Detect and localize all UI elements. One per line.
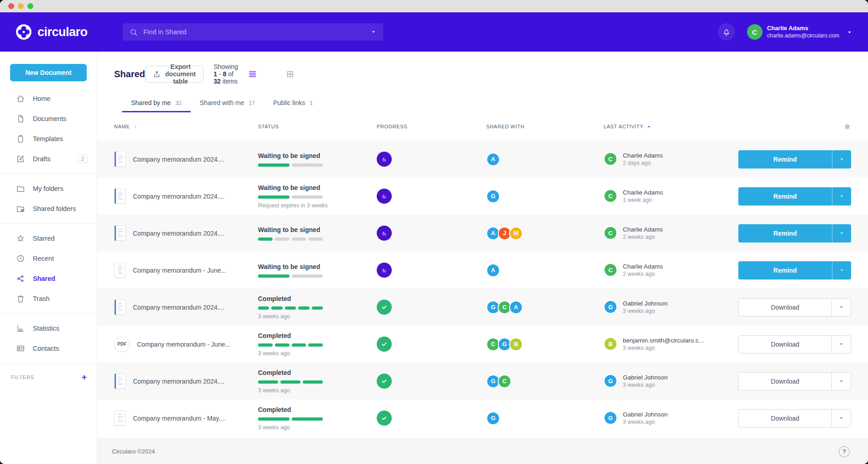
sidebar-item-shared-folders[interactable]: Shared folders xyxy=(0,199,97,219)
download-button[interactable]: Download xyxy=(738,409,851,427)
last-activity-name: benjamin.smith@circularo.c... xyxy=(623,337,704,345)
last-activity-avatar: G xyxy=(604,300,617,314)
add-filter-button[interactable]: + xyxy=(82,373,87,381)
status-text: Waiting to be signed xyxy=(258,152,320,159)
search-scope-caret-icon[interactable] xyxy=(370,29,377,35)
window-titlebar xyxy=(0,0,868,12)
last-activity-name: Gabriel Johnson xyxy=(623,411,668,419)
action-dropdown-button[interactable] xyxy=(831,299,851,316)
remind-button[interactable]: Remind xyxy=(738,261,851,279)
help-button[interactable]: ? xyxy=(839,446,850,457)
statistics-icon xyxy=(16,324,25,333)
user-name: Charlie Adams xyxy=(767,25,839,32)
sidebar-section: My folders Shared folders xyxy=(0,174,97,224)
last-activity-time: 2 days ago xyxy=(623,159,663,167)
signature-status-icon xyxy=(377,152,392,167)
tab-shared-with-me[interactable]: Shared with me 17 xyxy=(191,99,264,112)
recipient-avatar[interactable]: G xyxy=(486,190,500,203)
column-header-progress[interactable]: PROGRESS xyxy=(377,124,486,129)
tab-public-links[interactable]: Public links 1 xyxy=(264,99,322,112)
action-label: Download xyxy=(739,373,831,390)
recipient-avatar[interactable]: M xyxy=(509,227,523,240)
document-name[interactable]: Company memorandum - June... xyxy=(137,341,231,348)
user-menu[interactable]: C Charlie Adams charlie.adams@circularo.… xyxy=(747,24,852,40)
app-window: circularo Find in Shared xyxy=(0,0,868,464)
tab-label: Shared by me xyxy=(131,99,171,106)
action-dropdown-button[interactable] xyxy=(832,224,851,243)
window-zoom-button[interactable] xyxy=(27,3,33,9)
sidebar-item-recent[interactable]: Recent xyxy=(0,248,97,269)
recipient-avatar[interactable]: A xyxy=(486,153,500,166)
sidebar-item-contacts[interactable]: Contacts xyxy=(0,338,97,359)
sidebar-item-documents[interactable]: Documents xyxy=(0,109,97,129)
list-view-button[interactable] xyxy=(248,69,257,79)
recipient-avatar[interactable]: G xyxy=(486,411,500,425)
document-name[interactable]: Company memorandum - May.... xyxy=(133,415,226,422)
sidebar-item-trash[interactable]: Trash xyxy=(0,289,97,309)
last-activity-time: 3 weeks ago xyxy=(623,344,704,352)
column-header-last-activity[interactable]: LAST ACTIVITY xyxy=(604,124,731,130)
action-dropdown-button[interactable] xyxy=(832,261,851,279)
download-button[interactable]: Download xyxy=(738,298,851,316)
remind-button[interactable]: Remind xyxy=(738,224,851,243)
recipient-avatar[interactable]: C xyxy=(498,374,511,388)
page-footer: Circularo ©2024 ? xyxy=(97,438,868,464)
sidebar-item-label: Starred xyxy=(33,235,55,242)
last-activity-name: Gabriel Johnson xyxy=(623,300,668,308)
action-dropdown-button[interactable] xyxy=(831,336,851,353)
sidebar-item-my-folders[interactable]: My folders xyxy=(0,179,97,199)
search-bar[interactable]: Find in Shared xyxy=(123,23,383,41)
remind-button[interactable]: Remind xyxy=(738,150,851,169)
window-minimize-button[interactable] xyxy=(18,3,24,9)
shared-icon xyxy=(16,274,25,283)
sidebar-item-drafts[interactable]: Drafts 2 xyxy=(0,149,97,169)
sidebar-item-shared[interactable]: Shared xyxy=(0,269,97,289)
action-label: Remind xyxy=(738,224,832,243)
recipient-avatar[interactable]: A xyxy=(509,301,523,314)
last-activity-time: 2 weeks ago xyxy=(623,233,663,241)
document-name[interactable]: Company memorandum 2024.... xyxy=(133,230,225,237)
column-header-shared-with[interactable]: SHARED WITH xyxy=(486,124,604,129)
action-dropdown-button[interactable] xyxy=(832,150,851,169)
sidebar-item-starred[interactable]: Starred xyxy=(0,228,97,248)
progress-segment xyxy=(292,237,306,241)
document-name[interactable]: Company memorandum 2024.... xyxy=(133,378,225,385)
window-close-button[interactable] xyxy=(8,3,14,9)
tab-bar: Shared by me 32 Shared with me 17 Public… xyxy=(114,99,851,112)
sidebar: New Document Home Documents Templates Dr… xyxy=(0,52,97,464)
action-dropdown-button[interactable] xyxy=(831,373,851,390)
recipient-avatar[interactable]: B xyxy=(509,337,523,351)
count-badge: 2 xyxy=(78,155,88,163)
sidebar-item-templates[interactable]: Templates xyxy=(0,129,97,149)
progress-bar xyxy=(258,274,323,278)
sort-icon[interactable] xyxy=(132,124,138,130)
table-row: Company memorandum - May.... Completed 3… xyxy=(97,400,868,437)
new-document-button[interactable]: New Document xyxy=(10,64,87,81)
document-name[interactable]: Company memorandum - June... xyxy=(133,267,226,274)
export-button[interactable]: Export document table xyxy=(145,66,204,83)
tab-count: 17 xyxy=(249,100,255,106)
sidebar-item-home[interactable]: Home xyxy=(0,89,97,109)
document-name[interactable]: Company memorandum 2024.... xyxy=(133,304,225,311)
action-dropdown-button[interactable] xyxy=(831,410,851,427)
status-text: Waiting to be signed xyxy=(258,226,320,233)
column-header-status[interactable]: STATUS xyxy=(258,124,377,129)
progress-segment xyxy=(292,274,323,278)
column-header-name[interactable]: NAME xyxy=(114,124,258,130)
document-name[interactable]: Company memorandum 2024.... xyxy=(133,156,225,163)
action-dropdown-button[interactable] xyxy=(832,187,851,206)
download-button[interactable]: Download xyxy=(738,372,851,390)
notifications-button[interactable] xyxy=(718,23,735,41)
recipient-avatar[interactable]: A xyxy=(486,264,500,277)
download-button[interactable]: Download xyxy=(738,335,851,353)
status-subtext: 3 weeks ago xyxy=(258,424,290,431)
sort-desc-icon xyxy=(646,124,652,130)
document-name[interactable]: Company memorandum 2024.... xyxy=(133,193,225,200)
grid-view-button[interactable] xyxy=(269,70,868,79)
table-settings-button[interactable] xyxy=(731,123,851,131)
remind-button[interactable]: Remind xyxy=(738,187,851,206)
sidebar-item-label: Home xyxy=(33,95,51,102)
sidebar-item-statistics[interactable]: Statistics xyxy=(0,318,97,338)
tab-shared-by-me[interactable]: Shared by me 32 xyxy=(122,99,191,112)
sidebar-item-label: Shared folders xyxy=(33,205,76,212)
